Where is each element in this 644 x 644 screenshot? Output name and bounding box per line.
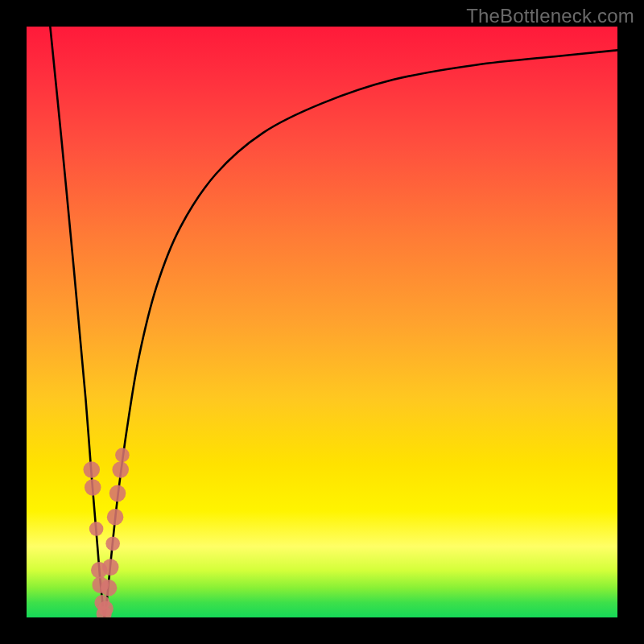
chart-frame: TheBottleneck.com (0, 0, 644, 644)
data-point (101, 580, 118, 597)
data-point (85, 479, 101, 496)
plot-area (27, 27, 617, 617)
curve-right-branch (105, 50, 617, 617)
data-point (112, 461, 129, 478)
data-point (105, 536, 120, 551)
data-point (102, 559, 119, 576)
data-point (83, 461, 100, 478)
data-points (83, 448, 129, 617)
data-point (89, 522, 104, 536)
data-point (115, 448, 130, 462)
chart-svg (27, 27, 617, 617)
data-point (107, 509, 124, 526)
data-point (98, 601, 114, 616)
watermark-text: TheBottleneck.com (466, 5, 634, 27)
data-point (109, 485, 126, 502)
